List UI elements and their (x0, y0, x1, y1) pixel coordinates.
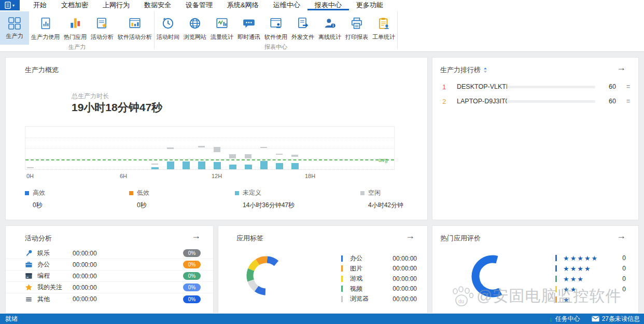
donut-segment (250, 269, 251, 280)
menu-tab-data-security[interactable]: 数据安全 (137, 0, 178, 10)
menu-tab-ops-center[interactable]: 运维中心 (266, 0, 307, 10)
donut-segment (267, 260, 276, 263)
menu-tab-device-mgmt[interactable]: 设备管理 (178, 0, 220, 10)
legend-item-idle: 空闲 4小时42分钟 (360, 188, 403, 210)
device-name: DESKTOP-VLKTL... (457, 83, 507, 90)
ribbon-button-offline-stats[interactable]: 离线统计 (316, 11, 343, 45)
rating-count: 0 (622, 254, 626, 262)
panel-hot-app-ratings: 热门应用评价 → ★★★★★0 ★★★★0 ★★★0 ★★0 ★ (432, 225, 639, 314)
ribbon-button-outgoing-files[interactable]: 外发文件 (289, 11, 316, 45)
ribbon-button-label: 工单统计 (372, 33, 395, 41)
legend-tick (341, 286, 343, 292)
total-productivity-label: 总生产力时长 (72, 92, 109, 101)
window-chart-icon (128, 15, 142, 32)
ribbon-button-label: 打印报表 (345, 33, 368, 41)
panel-nav-arrow[interactable]: → (617, 63, 626, 72)
sort-icon[interactable] (483, 67, 487, 75)
ribbon-button-print-report[interactable]: 打印报表 (343, 11, 370, 45)
ratings-donut-chart (467, 250, 519, 302)
panel-title: 生产力排行榜 (440, 66, 481, 74)
idle-time-bar (198, 146, 205, 147)
app-tags-donut-chart (243, 252, 289, 299)
category-time: 00:00:00 (73, 261, 183, 268)
chat-bubble-icon (242, 15, 256, 32)
average-line (25, 159, 394, 160)
ribbon-button-ticket-stats[interactable]: 工单统计 (370, 11, 397, 45)
rank-number: 1 (442, 83, 457, 91)
legend-value: 4小时42分钟 (368, 201, 403, 210)
ribbon-button-software-activity[interactable]: 软件活动分析 (116, 11, 154, 45)
list-item: ★★★★★0 (555, 253, 626, 263)
ribbon-button-label: 软件活动分析 (118, 33, 152, 41)
score-value: 60 (595, 98, 616, 105)
star-rating: ★★ (563, 286, 622, 293)
ribbon-button-label: 离线统计 (318, 33, 341, 41)
category-time: 00:00:00 (73, 284, 183, 291)
ribbon-button-activity-analysis[interactable]: 活动分析 (89, 11, 116, 45)
score-value: 60 (595, 83, 616, 90)
idle-time-bar (229, 154, 236, 158)
menu-tab-doc-encrypt[interactable]: 文档加密 (54, 0, 95, 10)
legend-value: 14小时36分钟47秒 (243, 201, 295, 210)
unread-messages-label: 27条未读信息 (602, 315, 640, 323)
panel-nav-arrow[interactable]: → (191, 231, 201, 240)
idle-time-bar (167, 147, 174, 149)
panel-title: 热门应用评价 (440, 234, 481, 243)
x-axis-tick-label: 18H (305, 173, 315, 179)
trend-flat-icon: = (616, 98, 629, 105)
ribbon-button-traffic-stats[interactable]: 流量统计 (208, 11, 235, 45)
x-axis-tick-label: 12H (212, 173, 222, 179)
percent-badge: 0% (183, 261, 201, 268)
ribbon-separator (397, 11, 398, 49)
hourly-productivity-chart (25, 126, 395, 170)
tag-label: 办公 (350, 254, 393, 263)
undefined-time-bar (198, 161, 205, 169)
list-item: ★★★0 (555, 274, 626, 284)
rank-number: 2 (442, 98, 457, 105)
ribbon-group-label: 生产力 (0, 43, 154, 51)
menu-tab-more[interactable]: 更多功能 (349, 0, 390, 10)
idle-time-bar (245, 154, 251, 158)
grid-icon (8, 17, 21, 30)
undefined-time-bar (151, 167, 159, 169)
undefined-time-bar (260, 161, 268, 169)
legend-tick (555, 265, 557, 272)
panel-nav-arrow[interactable]: → (617, 231, 626, 240)
unread-messages-button[interactable]: 27条未读信息 (592, 315, 640, 323)
menu-tab-web-behavior[interactable]: 上网行为 (95, 0, 137, 10)
envelope-icon (592, 316, 599, 322)
average-line-label: avg (379, 157, 388, 163)
user-info-icon (323, 15, 337, 32)
ribbon-button-productivity-usage[interactable]: 生产力使用 (29, 11, 62, 45)
ribbon-button-instant-messaging[interactable]: 即时通讯 (235, 11, 262, 45)
ribbon-button-activity-time[interactable]: 活动时间 (155, 11, 181, 45)
menu-tab-system-network[interactable]: 系统&网络 (220, 0, 266, 10)
category-time: 00:00:00 (73, 295, 183, 303)
gridline (25, 138, 394, 138)
tag-label: 视频 (350, 285, 393, 293)
ribbon-button-label: 热门应用 (64, 33, 87, 41)
tricolor-bars-icon (68, 15, 82, 32)
app-menu-button[interactable]: ▼ (0, 0, 20, 10)
idle-time-bar (151, 164, 158, 165)
list-item: 视频00:00:00 (341, 284, 417, 294)
menu-tab-report-center[interactable]: 报表中心 (307, 0, 349, 10)
doc-send-icon (296, 15, 310, 32)
doc-star-icon (95, 15, 109, 32)
ribbon-button-productivity[interactable]: 生产力 (0, 11, 29, 45)
panel-nav-arrow[interactable]: → (405, 231, 415, 240)
menu-tab-start[interactable]: 开始 (26, 0, 54, 10)
category-time: 00:00:00 (73, 250, 183, 257)
legend-tick (555, 276, 557, 282)
ribbon-group-report-center: 活动时间 浏览网站 流量统计 即时通讯 软件使用 外发文件 (155, 10, 397, 51)
idle-time-bar (260, 147, 267, 148)
list-item: 图片00:00:00 (341, 264, 417, 274)
legend-swatch (129, 191, 133, 195)
ribbon-button-software-usage[interactable]: 软件使用 (262, 11, 289, 45)
ribbon-button-hot-apps[interactable]: 热门应用 (62, 11, 89, 45)
task-center-button[interactable]: ↓ 任务中心 (549, 315, 580, 323)
percent-badge: 0% (183, 249, 201, 257)
tag-time: 00:00:00 (393, 265, 417, 272)
task-center-label: 任务中心 (555, 315, 580, 323)
ribbon-button-browse-sites[interactable]: 浏览网站 (181, 11, 208, 45)
